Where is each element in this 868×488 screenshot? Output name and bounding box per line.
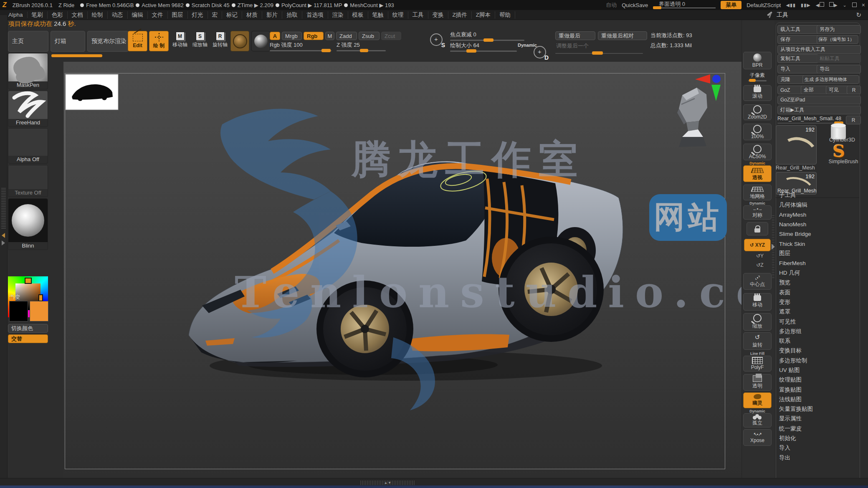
- subpalette-item[interactable]: 可见性: [777, 317, 858, 326]
- active-tool-thumbnail[interactable]: 192: [776, 125, 817, 164]
- current-material-tile[interactable]: Blinn: [8, 198, 48, 250]
- perspective-button[interactable]: 透视: [743, 165, 772, 182]
- goz-ipad-button[interactable]: GoZ至iPad: [777, 96, 861, 104]
- panel-right-icon[interactable]: ▶: [829, 2, 838, 8]
- menu-item[interactable]: 变换: [428, 11, 448, 19]
- subpalette-item[interactable]: NanoMesh: [777, 220, 858, 229]
- material-preview-button[interactable]: [251, 31, 270, 51]
- ui-transparency-slider[interactable]: 界面透明 0: [653, 1, 716, 9]
- save-as-button[interactable]: 另存为: [817, 25, 861, 34]
- left-tray-scroll-handle[interactable]: [1, 188, 6, 230]
- zscript-label[interactable]: DefaultZScript: [747, 2, 781, 8]
- subpalette-item[interactable]: 纹理贴图: [777, 375, 858, 385]
- xpose-button[interactable]: ↖•↗ Xpose: [743, 429, 772, 446]
- divider-collapse-right-icon[interactable]: ▮▮▶: [801, 3, 811, 8]
- alternate-button[interactable]: 交替: [8, 334, 48, 343]
- bpr-button[interactable]: BPR: [743, 52, 772, 69]
- symmetry-button[interactable]: ←•→ 对称: [743, 205, 772, 220]
- aa-half-button[interactable]: AC50%: [743, 144, 772, 160]
- menu-button[interactable]: 菜单: [721, 1, 741, 9]
- menu-item[interactable]: 工具: [408, 11, 428, 19]
- subpalette-item[interactable]: 遮罩: [777, 307, 858, 317]
- menu-item[interactable]: 色彩: [48, 11, 68, 19]
- subpalette-item[interactable]: 变换目标: [777, 346, 858, 356]
- zadd-button[interactable]: Zadd: [336, 32, 357, 40]
- subpalette-item[interactable]: 导出: [777, 453, 858, 463]
- lightbox-divider-bar[interactable]: [51, 54, 102, 57]
- actual-size-button[interactable]: 100%: [743, 124, 772, 140]
- subpalette-item[interactable]: 初始化: [777, 433, 858, 443]
- edit-button[interactable]: Edit: [128, 31, 147, 51]
- tool-palette-header[interactable]: 工具 ↻: [741, 10, 868, 20]
- focal-shift-thumb[interactable]: [483, 38, 493, 42]
- draw-button[interactable]: 绘 制: [149, 31, 169, 51]
- menu-item[interactable]: 灯光: [188, 11, 208, 19]
- make-polymesh-button[interactable]: 生成 多边形网格物体: [802, 75, 859, 84]
- tab-preview-boolean-render[interactable]: 预览布尔渲染: [87, 31, 129, 52]
- subpalette-item[interactable]: 多边形绘制: [777, 356, 858, 365]
- tab-home[interactable]: 主页: [8, 31, 48, 52]
- slider-thumb[interactable]: [653, 6, 661, 9]
- redo-last-relative-button[interactable]: 重做最后相对: [598, 31, 647, 40]
- subpalette-item[interactable]: ArrayMesh: [777, 210, 858, 220]
- subpalette-item[interactable]: 多边形组: [777, 326, 858, 336]
- menu-item[interactable]: 动态: [108, 11, 128, 19]
- export-button[interactable]: 导出: [817, 65, 861, 73]
- rotate-y-button[interactable]: ↺Y: [750, 253, 770, 259]
- menu-item[interactable]: 拾取: [282, 11, 302, 19]
- scale-view-button[interactable]: 缩放: [743, 313, 772, 331]
- subpalette-item[interactable]: 子工具: [777, 190, 858, 200]
- draw-size-track[interactable]: [450, 51, 517, 52]
- subpalette-item[interactable]: Thick Skin: [777, 239, 858, 248]
- menu-item[interactable]: 图层: [168, 11, 188, 19]
- restart-icon[interactable]: ↻: [856, 11, 861, 19]
- z-intensity-thumb[interactable]: [360, 49, 368, 52]
- menu-item[interactable]: Alpha: [4, 12, 28, 18]
- menu-item[interactable]: 纹理: [388, 11, 408, 19]
- panel-left-icon[interactable]: ◀: [816, 2, 824, 8]
- menu-item[interactable]: 编辑: [128, 11, 148, 19]
- move-view-button[interactable]: 移动: [743, 293, 772, 311]
- rotate-view-button[interactable]: ↺ 旋转: [743, 332, 772, 350]
- subpalette-item[interactable]: FiberMesh: [777, 258, 858, 268]
- menu-item[interactable]: 文件: [148, 11, 168, 19]
- restore-button[interactable]: [852, 2, 857, 8]
- tray-expand-icon[interactable]: [2, 233, 5, 238]
- menu-item[interactable]: 渲染: [328, 11, 348, 19]
- menu-item[interactable]: 材质: [242, 11, 262, 19]
- menu-item[interactable]: 影片: [262, 11, 282, 19]
- bottom-tray-handle[interactable]: ▲▼: [360, 480, 415, 485]
- camera-head-gizmo[interactable]: [677, 88, 707, 147]
- simplebrush-icon[interactable]: S: [833, 141, 845, 161]
- subpalette-item[interactable]: 几何体编辑: [777, 200, 858, 210]
- menu-item[interactable]: 首选项: [302, 11, 328, 19]
- paste-tool-button[interactable]: 粘贴工具: [817, 54, 861, 63]
- current-material-button[interactable]: [230, 31, 249, 51]
- menu-item[interactable]: 标记: [222, 11, 242, 19]
- zsub-button[interactable]: Zsub: [359, 32, 380, 40]
- tab-lightbox[interactable]: 灯箱: [51, 31, 85, 52]
- rotate-gyro-button[interactable]: R 旋转轴: [211, 32, 229, 48]
- hue-selector[interactable]: [25, 278, 32, 284]
- active-tool-r-button[interactable]: R: [846, 116, 861, 124]
- document-canvas[interactable]: 腾龙工作室 Tenlonstudio.com: [63, 62, 741, 478]
- subpalette-item[interactable]: 表面: [777, 288, 858, 297]
- subpalette-item[interactable]: UV 贴图: [777, 365, 858, 375]
- draw-size-thumb[interactable]: [466, 49, 476, 53]
- lock-camera-button[interactable]: [747, 222, 768, 235]
- scroll-button[interactable]: 滚动: [743, 85, 772, 101]
- save-button[interactable]: 保存: [777, 35, 821, 44]
- solo-button[interactable]: 孤立: [743, 413, 772, 427]
- menu-item[interactable]: 模板: [348, 11, 368, 19]
- menu-item[interactable]: Z插件: [448, 11, 472, 19]
- dynamic-d-dial[interactable]: D: [534, 46, 546, 58]
- subpalette-item[interactable]: 置换贴图: [777, 385, 858, 394]
- adjust-last-thumb[interactable]: [592, 51, 603, 55]
- secondary-color-swatch[interactable]: [30, 301, 48, 321]
- current-stroke-button[interactable]: FreeHand: [8, 91, 48, 127]
- mrgb-button[interactable]: Mrgb: [282, 32, 302, 40]
- lightbox-tool-button[interactable]: 灯箱▶工具: [777, 106, 861, 114]
- anchor-a-button[interactable]: A: [270, 32, 280, 40]
- spix-thumb[interactable]: [749, 79, 756, 82]
- load-from-project-button[interactable]: 从项目文件载入工具: [777, 45, 861, 54]
